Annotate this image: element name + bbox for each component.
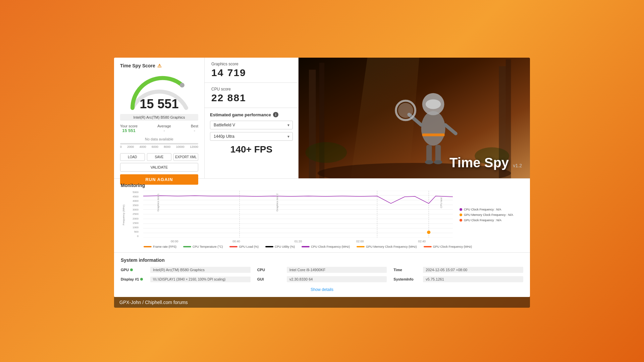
- legend-gpu-load: GPU Load (%): [229, 245, 259, 248]
- no-data-text: No data available: [145, 137, 173, 141]
- chart-area: Frequency (MHz) 5000 4500 4000 3500 3000…: [121, 191, 523, 239]
- legend-fps: Frame rate (FPS): [144, 245, 176, 248]
- sysinfo-key-display: Display #1: [121, 277, 148, 281]
- score-title: Time Spy Score ⚠: [120, 63, 162, 68]
- your-score-col: Your score 15 551: [120, 124, 138, 133]
- svg-point-35: [427, 231, 430, 234]
- cpu-score-label: CPU score: [211, 87, 291, 92]
- scale-ticks: 0 2000 4000 6000 8000 10000 12000: [120, 145, 198, 148]
- cpu-score-box: CPU score 22 881: [205, 83, 298, 108]
- swatch-cpu-util: [265, 246, 273, 247]
- legend-gpu-mem: GPU Memory Clock Frequency : N/A: [460, 213, 523, 217]
- perf-section: Estimated game performance i Battlefield…: [205, 108, 298, 178]
- export-xml-button[interactable]: EXPORT XML: [173, 153, 198, 161]
- gauge-score: 15 551: [140, 97, 178, 111]
- scale-area: 0 2000 4000 6000 8000 10000 12000: [120, 143, 198, 148]
- footer-bar: GPX-John / Chiphell.com forums: [114, 297, 530, 308]
- legend-label-gpu-clock: GPU Clock Frequency : N/A: [464, 219, 501, 222]
- image-panel: Time Spy v1.2: [299, 58, 530, 178]
- legend-cpu-util: CPU Utility (%): [265, 245, 295, 248]
- legend-dot-gpu-clock: [460, 219, 462, 222]
- svg-rect-2: [309, 70, 316, 178]
- sysinfo-title: System information: [121, 257, 523, 263]
- score-title-text: Time Spy Score: [120, 63, 155, 68]
- svg-point-19: [306, 142, 347, 163]
- game-dropdown-wrapper: Battlefield V Cyberpunk 2077 Far Cry 6 ▼: [210, 121, 293, 129]
- legend-dot-cpu-clock: [460, 208, 462, 211]
- resolution-dropdown[interactable]: 1440p Ultra 1080p Ultra 4K Ultra: [210, 132, 293, 141]
- middle-panel: Graphics score 14 719 CPU score 22 881 E…: [205, 58, 299, 178]
- average-value: -: [163, 128, 165, 133]
- label-gpu-clock-bottom: GPU Clock Frequency (MHz): [433, 245, 472, 248]
- show-details: Show details: [121, 286, 523, 292]
- sysinfo-val-gpu: Intel(R) Arc(TM) B580 Graphics: [150, 267, 251, 273]
- sysinfo-val-sysinfo: v5.75.1261: [423, 276, 523, 282]
- sysinfo-key-time: Time: [393, 268, 420, 272]
- graphics-score-box: Graphics score 14 719: [205, 58, 298, 83]
- bottom-legend: Frame rate (FPS) CPU Temperature (°C) GP…: [144, 245, 523, 248]
- y-tick-labels: 5000 4500 4000 3500 3000 2500 2000 1500 …: [130, 191, 140, 238]
- average-score-col: Average -: [157, 124, 171, 133]
- footer-text: GPX-John / Chiphell.com forums: [119, 300, 188, 305]
- svg-rect-18: [422, 133, 445, 136]
- sysinfo-row-cpu: CPU Intel Core i9-14900KF: [257, 267, 387, 273]
- info-icon[interactable]: i: [273, 112, 278, 117]
- svg-point-17: [434, 160, 442, 164]
- label-gpu-load: GPU Load (%): [239, 245, 259, 248]
- show-details-link[interactable]: Show details: [311, 287, 333, 292]
- action-buttons: LOAD SAVE EXPORT XML: [120, 153, 198, 161]
- chart-svg-wrapper: Graphics test 1 Graphics test 2 CPU test: [143, 191, 453, 239]
- swatch-cpu-temp: [183, 246, 191, 247]
- legend-cpu-clock: CPU Clock Frequency : N/A: [460, 208, 523, 211]
- sysinfo-section: System information GPU Intel(R) Arc(TM) …: [114, 252, 530, 297]
- monitoring-section: Monitoring Frequency (MHz) 5000 4500 400…: [114, 178, 530, 252]
- validate-button[interactable]: VALIDATE: [120, 163, 198, 172]
- fps-value: 140+ FPS: [210, 144, 293, 155]
- perf-title-text: Estimated game performance: [210, 112, 271, 117]
- scale-line: [120, 143, 198, 144]
- chart-legend: CPU Clock Frequency : N/A GPU Memory Clo…: [456, 191, 523, 239]
- game-title-overlay: Time Spy v1.2: [449, 155, 522, 170]
- swatch-fps: [144, 246, 152, 247]
- sysinfo-row-time: Time 2024-12-05 15:07 +08:00: [393, 267, 523, 273]
- y-axis-label: Frequency (MHz): [121, 191, 126, 239]
- phase-label-cpu: CPU test: [440, 191, 443, 208]
- svg-point-7: [421, 111, 445, 145]
- gauge-container: 15 551: [126, 71, 193, 111]
- legend-cpu-clock-bottom: CPU Clock Frequency (MHz): [302, 245, 350, 248]
- sysinfo-row-gui: GUI v2.30.8330 64: [257, 276, 387, 282]
- legend-label-cpu-clock: CPU Clock Frequency : N/A: [464, 208, 501, 211]
- top-section: Time Spy Score ⚠ 15 551 Intel(R) Arc(TM)…: [114, 58, 530, 178]
- score-comparison-row: Your score 15 551 Average - Best -: [120, 124, 198, 133]
- sysinfo-grid: GPU Intel(R) Arc(TM) B580 Graphics CPU I…: [121, 267, 523, 282]
- phase-label-2: Graphics test 2: [276, 191, 279, 212]
- your-score-value: 15 551: [122, 128, 136, 133]
- gauge-indicator: [180, 83, 184, 87]
- sysinfo-key-sysinfo: SystemInfo: [393, 277, 420, 281]
- load-button[interactable]: LOAD: [120, 153, 145, 161]
- phase-label-1: Graphics test 1: [157, 191, 160, 212]
- label-cpu-clock-bottom: CPU Clock Frequency (MHz): [311, 245, 350, 248]
- sysinfo-row-display: Display #1 \\\\.\\DISPLAY1 (3840 × 2160,…: [121, 276, 251, 282]
- legend-gpu-clock-bottom: GPU Clock Frequency (MHz): [424, 245, 472, 248]
- best-score-col: Best -: [191, 124, 198, 133]
- sysinfo-val-time: 2024-12-05 15:07 +08:00: [423, 267, 523, 273]
- svg-point-9: [426, 99, 441, 109]
- best-value: -: [194, 128, 195, 133]
- save-button[interactable]: SAVE: [147, 153, 172, 161]
- game-dropdown[interactable]: Battlefield V Cyberpunk 2077 Far Cry 6: [210, 121, 293, 129]
- swatch-gpu-mem: [357, 246, 365, 247]
- gpu-name-box: Intel(R) Arc(TM) B580 Graphics: [120, 114, 198, 121]
- resolution-dropdown-wrapper: 1440p Ultra 1080p Ultra 4K Ultra ▼: [210, 132, 293, 141]
- svg-rect-14: [426, 145, 432, 162]
- game-title-text: Time Spy: [449, 155, 509, 170]
- legend-label-gpu-mem: GPU Memory Clock Frequency : N/A: [464, 213, 513, 217]
- legend-gpu-mem-bottom: GPU Memory Clock Frequency (MHz): [357, 245, 417, 248]
- sysinfo-key-gpu: GPU: [121, 268, 148, 272]
- sysinfo-key-gui: GUI: [257, 277, 284, 281]
- sysinfo-row-gpu: GPU Intel(R) Arc(TM) B580 Graphics: [121, 267, 251, 273]
- warning-icon: ⚠: [157, 63, 162, 68]
- monitoring-chart: [143, 191, 453, 238]
- svg-rect-15: [435, 145, 441, 162]
- x-axis-labels: 00:00 00:40 01:20 02:00 02:40: [144, 240, 453, 243]
